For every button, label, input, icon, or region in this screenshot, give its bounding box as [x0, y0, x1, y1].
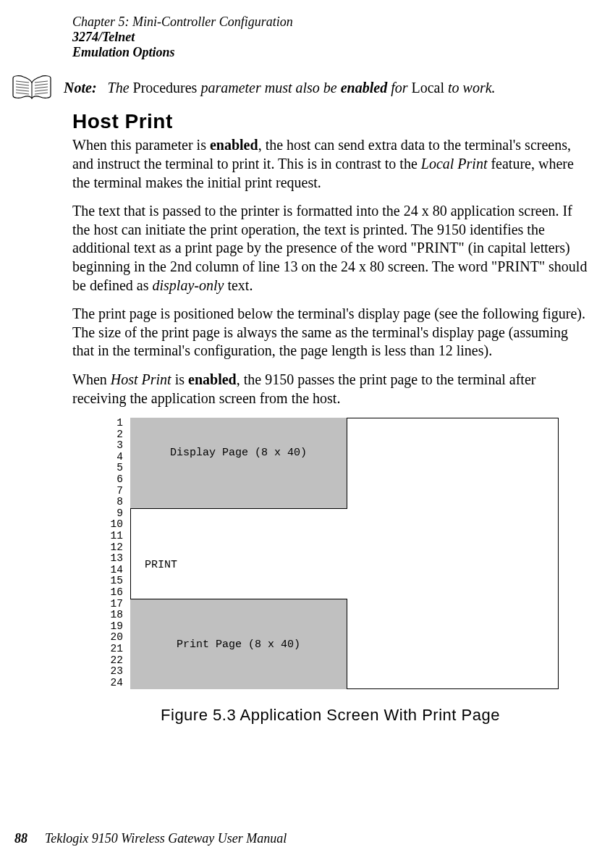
- host-print-heading: Host Print: [72, 110, 588, 133]
- display-page-label: Display Page (8 x 40): [170, 447, 307, 459]
- p1-b: enabled: [210, 137, 258, 153]
- p4-c: is: [171, 371, 188, 387]
- p2-c: text.: [224, 277, 253, 293]
- section-header: 3274/Telnet Emulation Options: [72, 30, 588, 59]
- note-label: Note:: [64, 80, 97, 96]
- print-page-box: Print Page (8 x 40): [130, 599, 347, 689]
- book-icon: [12, 74, 52, 103]
- display-page-box: Display Page (8 x 40): [130, 418, 347, 509]
- para-1: When this parameter is enabled, the host…: [72, 136, 588, 192]
- para-4: When Host Print is enabled, the 9150 pas…: [72, 371, 588, 408]
- page-number: 88: [14, 831, 27, 846]
- note-bold1: enabled: [341, 80, 387, 96]
- note-t1: The: [108, 80, 133, 96]
- p4-b: Host Print: [111, 371, 171, 387]
- section-line1: 3274/Telnet: [72, 30, 135, 44]
- chapter-header: Chapter 5: Mini-Controller Configuration: [72, 14, 588, 30]
- note-t2: parameter must also be: [197, 80, 340, 96]
- p2-a: The text that is passed to the printer i…: [72, 203, 587, 292]
- para-3: The print page is positioned below the t…: [72, 305, 588, 361]
- note-roman2: Local: [412, 80, 445, 96]
- note-t3: for: [387, 80, 411, 96]
- p2-b: display-only: [153, 277, 224, 293]
- print-page-label: Print Page (8 x 40): [177, 639, 300, 651]
- p1-a: When this parameter is: [72, 137, 210, 153]
- note-text: Note: The Procedures parameter must also…: [64, 74, 496, 96]
- print-word: PRINT: [145, 559, 177, 571]
- page-footer: 88Teklogix 9150 Wireless Gateway User Ma…: [14, 831, 287, 846]
- note-block: Note: The Procedures parameter must also…: [12, 74, 588, 103]
- row-numbers: 1 2 3 4 5 6 7 8 9 10 11 12 13 14 15 16 1…: [101, 418, 123, 688]
- p1-d: Local Print: [421, 156, 488, 172]
- figure-caption: Figure 5.3 Application Screen With Print…: [72, 706, 588, 725]
- figure-5-3: 1 2 3 4 5 6 7 8 9 10 11 12 13 14 15 16 1…: [101, 418, 564, 693]
- section-line2: Emulation Options: [72, 45, 175, 59]
- note-roman1: Procedures: [133, 80, 198, 96]
- para-2: The text that is passed to the printer i…: [72, 202, 588, 295]
- p4-a: When: [72, 371, 111, 387]
- note-t4: to work.: [444, 80, 496, 96]
- footer-title: Teklogix 9150 Wireless Gateway User Manu…: [45, 831, 287, 846]
- p4-d: enabled: [188, 371, 237, 387]
